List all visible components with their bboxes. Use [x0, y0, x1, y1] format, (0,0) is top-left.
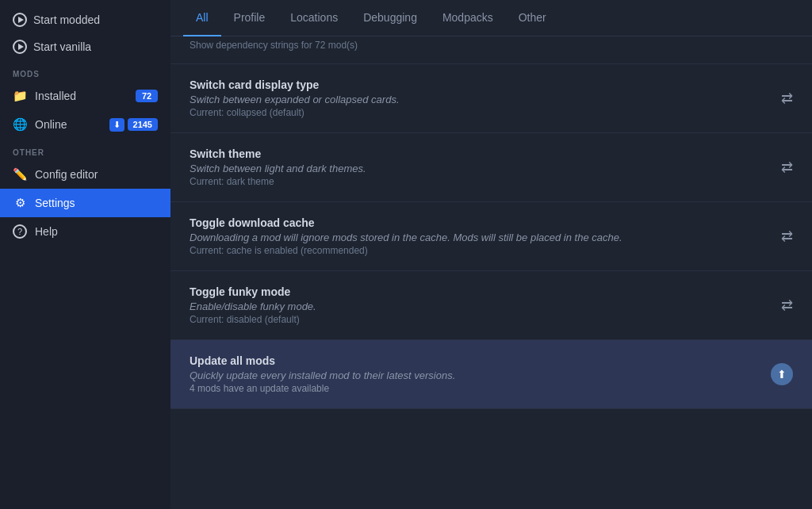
globe-icon: 🌐 [13, 117, 27, 132]
folder-icon: 📁 [13, 89, 27, 103]
online-count: 2145 [128, 118, 158, 131]
setting-title: Update all mods [190, 354, 758, 367]
download-icon: ⬇ [109, 118, 124, 132]
sidebar-item-config-editor[interactable]: ✏️ Config editor [0, 160, 170, 189]
tab-profile[interactable]: Profile [221, 0, 278, 36]
sidebar-item-online[interactable]: 🌐 Online ⬇ 2145 [0, 110, 170, 139]
tab-other[interactable]: Other [506, 0, 559, 36]
help-label: Help [35, 225, 58, 238]
setting-current: Current: collapsed (default) [190, 107, 768, 118]
setting-desc: Switch between expanded or collapsed car… [190, 94, 768, 105]
settings-list: Show dependency strings for 72 mod(s) Sw… [170, 36, 812, 509]
sidebar-item-help[interactable]: ? Help [0, 217, 170, 246]
setting-current: 4 mods have an update available [190, 383, 758, 394]
setting-switch-theme[interactable]: Switch theme Switch between light and da… [170, 133, 812, 202]
upload-circle-icon: ⬆ [771, 363, 793, 385]
sidebar-item-installed[interactable]: 📁 Installed 72 [0, 82, 170, 110]
main-content: All Profile Locations Debugging Modpacks… [170, 0, 812, 509]
setting-desc: Downloading a mod will ignore mods store… [190, 232, 768, 243]
setting-current: Current: disabled (default) [190, 314, 768, 325]
sidebar-action-start-vanilla[interactable]: Start vanilla [0, 33, 170, 60]
settings-tabs: All Profile Locations Debugging Modpacks… [170, 0, 812, 36]
setting-title: Toggle funky mode [190, 285, 768, 298]
sidebar: Start modded Start vanilla MODS 📁 Instal… [0, 0, 170, 509]
setting-switch-card-display[interactable]: Switch card display type Switch between … [170, 64, 812, 133]
gear-icon: ⚙ [13, 196, 27, 210]
setting-title: Toggle download cache [190, 216, 768, 229]
edit-icon: ✏️ [13, 167, 27, 182]
setting-title: Switch card display type [190, 78, 768, 91]
online-label: Online [35, 118, 67, 131]
setting-update-all-mods[interactable]: Update all mods Quickly update every ins… [170, 340, 812, 409]
online-badges: ⬇ 2145 [109, 118, 158, 132]
swap-icon[interactable] [781, 159, 793, 176]
tab-locations[interactable]: Locations [278, 0, 350, 36]
setting-desc: Quickly update every installed mod to th… [190, 369, 758, 381]
start-modded-label: Start modded [33, 13, 100, 26]
section-label-mods: MODS [0, 60, 170, 82]
settings-label: Settings [35, 197, 75, 209]
sidebar-action-start-modded[interactable]: Start modded [0, 6, 170, 33]
tab-modpacks[interactable]: Modpacks [430, 0, 506, 36]
start-vanilla-label: Start vanilla [33, 40, 91, 53]
swap-icon[interactable] [781, 90, 793, 107]
upload-icon[interactable]: ⬆ [771, 363, 793, 385]
play-icon-vanilla [13, 40, 27, 54]
help-icon: ? [13, 224, 27, 239]
setting-desc: Switch between light and dark themes. [190, 163, 768, 174]
partial-setting-current: Show dependency strings for 72 mod(s) [190, 40, 793, 51]
section-label-other: OTHER [0, 139, 170, 160]
setting-current: Current: dark theme [190, 176, 768, 187]
setting-desc: Enable/disable funky mode. [190, 300, 768, 312]
swap-icon[interactable] [781, 228, 793, 245]
setting-toggle-download-cache[interactable]: Toggle download cache Downloading a mod … [170, 202, 812, 271]
setting-current: Current: cache is enabled (recommended) [190, 245, 768, 256]
sidebar-item-settings[interactable]: ⚙ Settings [0, 189, 170, 217]
setting-toggle-funky-mode[interactable]: Toggle funky mode Enable/disable funky m… [170, 271, 812, 340]
swap-icon[interactable] [781, 297, 793, 314]
setting-title: Switch theme [190, 147, 768, 160]
installed-label: Installed [35, 90, 76, 102]
installed-badge: 72 [136, 90, 158, 102]
play-icon [13, 13, 27, 27]
config-editor-label: Config editor [35, 168, 98, 181]
tab-debugging[interactable]: Debugging [350, 0, 430, 36]
partial-setting-item: Show dependency strings for 72 mod(s) [170, 36, 812, 64]
tab-all[interactable]: All [183, 0, 221, 36]
